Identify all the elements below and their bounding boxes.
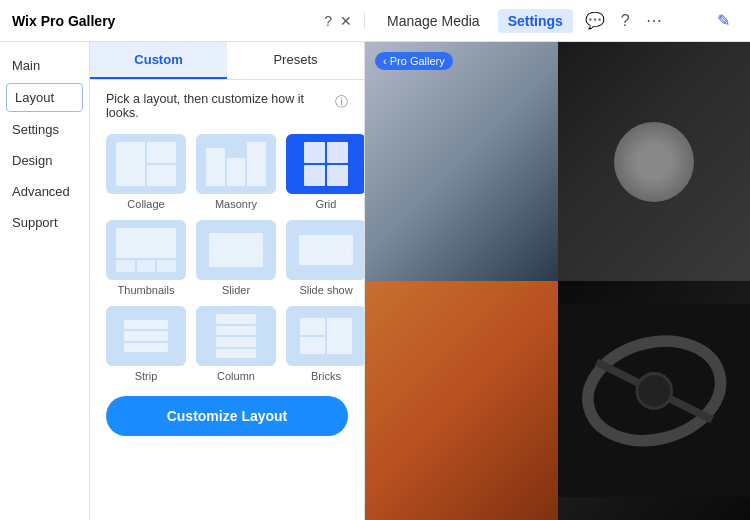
- layout-item-slideshow[interactable]: ‹ › Slide show: [286, 220, 364, 296]
- top-nav: Manage Media Settings 💬 ? ⋯ ✎: [365, 7, 750, 34]
- help-icon-button[interactable]: ?: [617, 8, 634, 34]
- sidebar: Main Layout Settings Design Advanced Sup…: [0, 42, 90, 520]
- masonry-label: Masonry: [215, 198, 257, 210]
- customize-layout-button[interactable]: Customize Layout: [106, 396, 348, 436]
- sidebar-item-support[interactable]: Support: [0, 207, 89, 238]
- slideshow-label: Slide show: [299, 284, 352, 296]
- grid-thumb: [286, 134, 364, 194]
- tab-custom[interactable]: Custom: [90, 42, 227, 79]
- comment-icon-button[interactable]: 💬: [581, 7, 609, 34]
- layout-item-masonry[interactable]: Masonry: [196, 134, 276, 210]
- sidebar-item-design[interactable]: Design: [0, 145, 89, 176]
- layout-item-strip[interactable]: Strip: [106, 306, 186, 382]
- slideshow-thumb: ‹ ›: [286, 220, 364, 280]
- grid-label: Grid: [316, 198, 337, 210]
- panel-content: Custom Presets Pick a layout, then custo…: [90, 42, 364, 520]
- strip-thumb: [106, 306, 186, 366]
- slider-label: Slider: [222, 284, 250, 296]
- more-options-button[interactable]: ⋯: [642, 7, 666, 34]
- layout-item-bricks[interactable]: Bricks: [286, 306, 364, 382]
- bricks-thumb: [286, 306, 364, 366]
- column-thumb: [196, 306, 276, 366]
- help-icon[interactable]: ?: [324, 13, 332, 29]
- left-panel: Main Layout Settings Design Advanced Sup…: [0, 42, 365, 520]
- gallery-panel: ‹ Pro Gallery: [365, 42, 750, 520]
- layout-item-collage[interactable]: Collage: [106, 134, 186, 210]
- top-bar: Wix Pro Gallery ? ✕ Manage Media Setting…: [0, 0, 750, 42]
- tab-presets[interactable]: Presets: [227, 42, 364, 79]
- manage-media-button[interactable]: Manage Media: [377, 9, 490, 33]
- app-title: Wix Pro Gallery: [12, 13, 316, 29]
- layout-item-grid[interactable]: Grid: [286, 134, 364, 210]
- left-inner: Main Layout Settings Design Advanced Sup…: [0, 42, 364, 520]
- description-text: Pick a layout, then customize how it loo…: [106, 92, 329, 120]
- collage-label: Collage: [127, 198, 164, 210]
- tabs-bar: Custom Presets: [90, 42, 364, 80]
- layout-area: Pick a layout, then customize how it loo…: [90, 80, 364, 520]
- bricks-label: Bricks: [311, 370, 341, 382]
- layout-item-column[interactable]: Column: [196, 306, 276, 382]
- app-header: Wix Pro Gallery ? ✕: [0, 13, 365, 29]
- slider-thumb: ‹ ›: [196, 220, 276, 280]
- gallery-image-2: [558, 42, 751, 281]
- gallery-image-1: [365, 42, 558, 281]
- badge-text: ‹ Pro Gallery: [383, 55, 445, 67]
- layout-description: Pick a layout, then customize how it loo…: [106, 92, 348, 120]
- info-icon[interactable]: ⓘ: [335, 93, 348, 111]
- layout-item-slider[interactable]: ‹ › Slider: [196, 220, 276, 296]
- pro-gallery-badge[interactable]: ‹ Pro Gallery: [375, 52, 453, 70]
- thumbnails-label: Thumbnails: [118, 284, 175, 296]
- settings-button[interactable]: Settings: [498, 9, 573, 33]
- column-label: Column: [217, 370, 255, 382]
- edit-icon-button[interactable]: ✎: [709, 7, 738, 34]
- close-icon[interactable]: ✕: [340, 13, 352, 29]
- sidebar-item-settings[interactable]: Settings: [0, 114, 89, 145]
- layout-item-thumbnails[interactable]: Thumbnails: [106, 220, 186, 296]
- sidebar-item-advanced[interactable]: Advanced: [0, 176, 89, 207]
- gallery-image-4: [558, 281, 751, 520]
- gallery-grid: [365, 42, 750, 520]
- masonry-thumb: [196, 134, 276, 194]
- layout-grid: Collage Masonry: [106, 134, 348, 382]
- svg-point-3: [636, 374, 671, 409]
- main-content: Main Layout Settings Design Advanced Sup…: [0, 42, 750, 520]
- strip-label: Strip: [135, 370, 158, 382]
- sidebar-item-main[interactable]: Main: [0, 50, 89, 81]
- sidebar-item-layout[interactable]: Layout: [6, 83, 83, 112]
- collage-thumb: [106, 134, 186, 194]
- gallery-image-3: [365, 281, 558, 520]
- thumbnails-thumb: [106, 220, 186, 280]
